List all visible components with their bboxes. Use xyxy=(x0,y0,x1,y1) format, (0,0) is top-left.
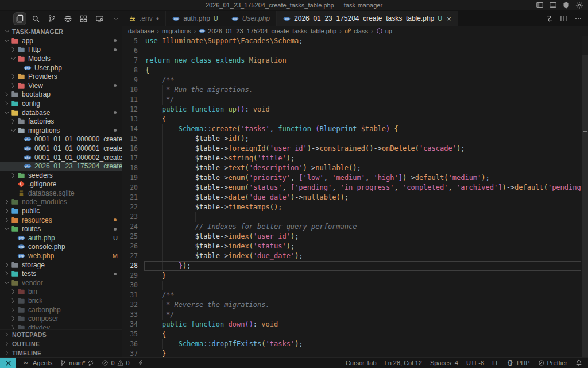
tree-item-migrations[interactable]: migrations xyxy=(0,126,122,135)
activity-files-icon[interactable] xyxy=(14,13,26,25)
tree-item-app[interactable]: app xyxy=(0,36,122,45)
code-line-15[interactable]: 15 $table->id(); xyxy=(122,134,588,144)
code-line-33[interactable]: 33 */ xyxy=(122,310,588,320)
explorer-section-header[interactable]: TASK-MANAGER xyxy=(0,26,122,36)
section-outline[interactable]: OUTLINE xyxy=(0,339,122,348)
tree-item-node-modules[interactable]: node_modules xyxy=(0,198,122,207)
agents-button[interactable]: ∞Agents xyxy=(24,358,52,368)
breadcrumb-item-migrations[interactable]: migrations xyxy=(162,28,191,34)
code-line-35[interactable]: 35 { xyxy=(122,329,588,339)
close-icon[interactable]: × xyxy=(447,14,451,23)
tree-item-0001-01-01-000002-create-jobs-[interactable]: php0001_01_01_000002_create_jobs... xyxy=(0,153,122,162)
code-line-20[interactable]: 20 $table->enum('status', ['pending', 'i… xyxy=(122,183,588,193)
tree-item-2026-01-23-175204-create-[interactable]: php2026_01_23_175204_create_...U xyxy=(0,162,122,171)
tree-item-web-php[interactable]: phpweb.phpM xyxy=(0,251,122,260)
section-timeline[interactable]: TIMELINE xyxy=(0,348,122,357)
tree-item-resources[interactable]: resources xyxy=(0,216,122,225)
code-line-24[interactable]: 24 // Indexes for better query performan… xyxy=(122,222,588,232)
tree-item-storage[interactable]: storage xyxy=(0,260,122,270)
tab-2026-01-23-175204-create-tasks-table-php[interactable]: php2026_01_23_175204_create_tasks_table.… xyxy=(277,11,458,26)
layout-panel-icon[interactable] xyxy=(549,1,557,9)
activity-search-icon[interactable] xyxy=(30,13,42,25)
tree-item-database[interactable]: database xyxy=(0,108,122,117)
section-notepads[interactable]: NOTEPADS xyxy=(0,329,122,339)
code-line-22[interactable]: 22 $table->timestamps(); xyxy=(122,202,588,212)
gear-icon[interactable] xyxy=(575,1,583,9)
cursor-tab-status[interactable]: Cursor Tab xyxy=(346,358,377,368)
activity-globe-icon[interactable] xyxy=(62,13,74,25)
notifications-bell[interactable] xyxy=(575,358,582,368)
code-line-16[interactable]: 16 $table->foreignId('user_id')->constra… xyxy=(122,144,588,154)
tree-item-view[interactable]: View xyxy=(0,81,122,90)
cursor-position-status[interactable]: Ln 28, Col 12 xyxy=(385,358,422,368)
activity-monitor-icon[interactable] xyxy=(94,13,106,25)
tree-item-console-php[interactable]: phpconsole.php xyxy=(0,243,122,252)
code-line-11[interactable]: 11 */ xyxy=(122,95,588,105)
tab--env[interactable]: .env● xyxy=(122,11,166,26)
tree-item-bootstrap[interactable]: bootstrap xyxy=(0,90,122,99)
breadcrumb-item-database[interactable]: database xyxy=(128,28,154,34)
split-editor-icon[interactable] xyxy=(560,14,568,22)
indentation-status[interactable]: Spaces: 4 xyxy=(430,358,458,368)
tree-item-carbonphp[interactable]: carbonphp xyxy=(0,305,122,315)
shield-icon[interactable] xyxy=(562,1,570,9)
tree-item-config[interactable]: config xyxy=(0,99,122,108)
tree-item-0001-01-01-000001-create-cach-[interactable]: php0001_01_01_000001_create_cach... xyxy=(0,144,122,153)
tree-item-bin[interactable]: bin xyxy=(0,288,122,297)
code-line-7[interactable]: 7return new class extends Migration xyxy=(122,56,588,66)
activity-chevron-down-icon[interactable] xyxy=(110,13,122,25)
code-line-32[interactable]: 32 * Reverse the migrations. xyxy=(122,300,588,310)
code-line-10[interactable]: 10 * Run the migrations. xyxy=(122,85,588,95)
code-line-13[interactable]: 13 { xyxy=(122,114,588,124)
eol-status[interactable]: LF xyxy=(492,358,500,368)
prettier-status[interactable]: Prettier xyxy=(538,358,567,368)
tree-item-public[interactable]: public xyxy=(0,206,122,216)
agent-tools-button[interactable] xyxy=(0,358,16,368)
more-actions-icon[interactable] xyxy=(574,14,582,22)
editor-scrollbar[interactable] xyxy=(582,36,588,357)
tree-item-seeders[interactable]: seeders xyxy=(0,171,122,180)
tree-item-0001-01-01-000000-create-users-[interactable]: php0001_01_01_000000_create_users... xyxy=(0,135,122,144)
tree-item-providers[interactable]: Providers xyxy=(0,72,122,81)
tree-item-models[interactable]: Models xyxy=(0,54,122,63)
bolt-button[interactable] xyxy=(137,358,144,368)
code-line-9[interactable]: 9 /** xyxy=(122,75,588,85)
code-line-8[interactable]: 8{ xyxy=(122,66,588,75)
tree-item-http[interactable]: Http xyxy=(0,45,122,55)
code-line-31[interactable]: 31 /** xyxy=(122,290,588,300)
code-line-29[interactable]: 29 } xyxy=(122,271,588,281)
code-line-26[interactable]: 26 $table->index('status'); xyxy=(122,241,588,251)
code-line-36[interactable]: 36 Schema::dropIfExists('tasks'); xyxy=(122,339,588,349)
code-line-5[interactable]: 5use Illuminate\Support\Facades\Schema; xyxy=(122,36,588,46)
problems-button[interactable]: 00 xyxy=(102,358,129,368)
encoding-status[interactable]: UTF-8 xyxy=(466,358,484,368)
tree-item-database-sqlite[interactable]: database.sqlite xyxy=(0,189,122,198)
code-line-12[interactable]: 12 public function up(): void xyxy=(122,105,588,114)
compare-changes-icon[interactable] xyxy=(546,14,554,22)
tree-item--gitignore[interactable]: .gitignore xyxy=(0,180,122,189)
tree-item-dflydev[interactable]: dflydev xyxy=(0,323,122,329)
code-line-37[interactable]: 37 } xyxy=(122,349,588,357)
git-branch-button[interactable]: main* xyxy=(60,358,94,368)
tree-item-composer[interactable]: composer xyxy=(0,314,122,323)
code-line-28[interactable]: 28 }); xyxy=(122,261,588,271)
code-line-17[interactable]: 17 $table->string('title'); xyxy=(122,154,588,163)
code-line-30[interactable]: 30 xyxy=(122,281,588,290)
tree-item-brick[interactable]: brick xyxy=(0,296,122,305)
code-line-27[interactable]: 27 $table->index('due_date'); xyxy=(122,251,588,261)
tab-user-php[interactable]: phpUser.php xyxy=(225,11,277,26)
breadcrumb-item-class[interactable]: class xyxy=(345,28,368,34)
code-line-25[interactable]: 25 $table->index('user_id'); xyxy=(122,232,588,241)
code-line-6[interactable]: 6 xyxy=(122,46,588,56)
tree-item-routes[interactable]: routes xyxy=(0,224,122,233)
tab-auth-php[interactable]: phpauth.phpU xyxy=(166,11,225,26)
scrollbar-thumb[interactable] xyxy=(582,55,588,357)
language-mode-status[interactable]: {}PHP xyxy=(508,358,530,368)
tree-item-factories[interactable]: factories xyxy=(0,117,122,126)
activity-grid-icon[interactable] xyxy=(78,13,90,25)
tree-item-auth-php[interactable]: phpauth.phpU xyxy=(0,233,122,243)
code-line-23[interactable]: 23 xyxy=(122,212,588,222)
layout-sidebar-icon[interactable] xyxy=(536,1,544,9)
tree-item-vendor[interactable]: vendor xyxy=(0,278,122,288)
breadcrumb-item-up[interactable]: up xyxy=(376,28,392,34)
